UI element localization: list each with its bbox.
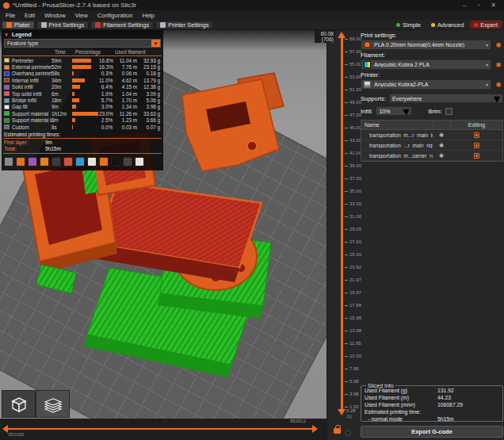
feature-weight: 3.98 g (137, 104, 161, 109)
legend-toggle-icon[interactable] (135, 157, 144, 166)
infill-label: Infill: (361, 108, 372, 115)
object-row[interactable]: transportation_m...r_main_left.stl ◉ (361, 130, 502, 140)
feature-time: 1h12m (52, 111, 72, 117)
filament-gear-icon[interactable]: ✱ (494, 60, 503, 70)
mode-button[interactable]: Simple (392, 21, 425, 29)
edit-object-icon[interactable] (474, 132, 479, 138)
tab-label: Print Settings (49, 21, 85, 29)
shells-icon[interactable] (123, 157, 132, 166)
feature-length: 4.15 m (115, 84, 137, 90)
center-of-gravity-icon[interactable] (111, 157, 120, 166)
sliced-info-row: Used Filament (m) 44.23 (365, 395, 499, 402)
slider-lock-icon[interactable] (334, 428, 341, 434)
seams-icon[interactable] (52, 157, 61, 166)
tool-changes-icon[interactable] (63, 157, 73, 166)
pause-prints-icon[interactable] (87, 157, 97, 166)
settings-tab[interactable]: Plater (2, 21, 35, 29)
total-time-value: 5h15m (45, 146, 61, 152)
settings-tab[interactable]: Filament Settings (90, 21, 154, 29)
eye-icon[interactable]: ◉ (433, 142, 450, 148)
feature-length: 1.70 m (115, 98, 137, 103)
model-bracket-part[interactable] (182, 73, 284, 171)
editor-view-button[interactable] (2, 390, 36, 418)
infill-dropdown[interactable]: 10% ▾ (376, 106, 412, 116)
retractions-icon[interactable] (28, 157, 37, 166)
horizontal-move-slider[interactable] (8, 428, 312, 430)
view-type-dropdown[interactable]: Feature type ▼ (4, 39, 161, 48)
feature-weight: 3.66 g (137, 117, 161, 123)
dropdown-arrow-icon[interactable]: ▼ (151, 40, 160, 47)
percentage-bar (72, 112, 98, 116)
menu-item[interactable]: View (71, 12, 92, 19)
percentage-bar (72, 85, 80, 89)
mode-dot-icon (431, 23, 435, 27)
feature-weight: 3.09 g (137, 91, 161, 97)
close-button[interactable]: ✕ (491, 0, 496, 10)
feature-label: Internal infill (12, 78, 52, 83)
feature-percentage: 23.0% (99, 111, 115, 117)
legend-column-headers: Time Percentage Used filament (2, 48, 163, 55)
layer-index-value: (706) (316, 36, 334, 42)
slider-mode-icon[interactable] (345, 430, 351, 436)
feature-percentage: 1.9% (99, 91, 115, 97)
print-settings-gear-icon[interactable]: ✱ (494, 40, 503, 50)
plater-icon (6, 22, 12, 28)
print-settings-dropdown[interactable]: PLA 0.20mm Normal(0.4mm Nozzle) ▾ (361, 40, 491, 50)
maximize-button[interactable]: ▫ (477, 0, 479, 10)
travel-icon[interactable] (4, 157, 13, 166)
feature-length: 1.04 m (115, 91, 137, 97)
settings-tab[interactable]: Print Settings (36, 21, 90, 29)
feature-label: Overhang perimeter (12, 71, 52, 76)
eye-icon[interactable]: ◉ (433, 132, 450, 138)
vertical-layer-slider[interactable] (341, 38, 343, 409)
menu-item[interactable]: Configuration (94, 12, 137, 19)
model-main-right-part[interactable] (94, 182, 262, 282)
prusaslicer-window: *Untitled - PrusaSlicer-2.7.4 based on S… (0, 0, 504, 440)
object-row[interactable]: transportation_m...carrier_roof.stl ◉ (361, 151, 502, 161)
export-gcode-button[interactable]: Export G-code (361, 426, 503, 438)
menu-item[interactable]: Help (138, 12, 158, 19)
object-row[interactable]: transportation_...r_main_right.stl ◉ (361, 140, 502, 151)
feature-label: Perimeter (12, 58, 52, 63)
deretractions-icon[interactable] (40, 157, 49, 166)
menu-item[interactable]: File (2, 12, 19, 19)
hslider-left-handle-icon[interactable] (2, 425, 8, 433)
eye-icon[interactable]: ◉ (433, 152, 450, 159)
minimize-button[interactable]: – (463, 0, 466, 10)
mode-button[interactable]: Expert (470, 21, 502, 29)
feature-percentage: 5.7% (99, 98, 115, 103)
first-layer-value: 9m (45, 140, 52, 146)
feature-length: 0.06 m (115, 71, 137, 76)
legend-row: Solid infill 20m 6.4% 4.15 m 12.38 g (2, 84, 163, 90)
edit-object-icon[interactable] (474, 153, 479, 159)
mode-label: Expert (480, 21, 498, 29)
settings-tab[interactable]: Printer Settings (155, 21, 213, 29)
mode-button[interactable]: Advanced (427, 21, 468, 29)
filament-dropdown[interactable]: Anycubic Kobra 2 PLA ▾ (361, 59, 491, 70)
preview-3d-viewport[interactable]: ▼ Legend Feature type ▼ Time Percentage … (0, 30, 326, 419)
legend-row: Perimeter 59m 16.8% 11.04 m 32.93 g (2, 57, 163, 63)
menu-item[interactable]: Window (40, 12, 70, 19)
visibility-column-header (433, 121, 450, 129)
editing-column-header: Editing (450, 121, 502, 129)
custom-gcodes-icon[interactable] (99, 157, 109, 166)
percentage-bar (72, 71, 74, 75)
sliced-info-key: Used Filament (mm³) (365, 402, 437, 409)
supports-dropdown[interactable]: Everywhere ▾ (389, 94, 503, 103)
printer-gear-icon[interactable]: ✱ (494, 80, 503, 90)
brim-checkbox[interactable] (445, 108, 452, 115)
hslider-right-handle-icon[interactable] (312, 425, 318, 433)
legend-collapse-icon[interactable]: ▼ (4, 33, 9, 37)
printer-dropdown[interactable]: Anycubic Kobra2-PLA ▾ (361, 79, 491, 90)
preview-view-button[interactable] (36, 390, 70, 418)
menu-item[interactable]: Edit (21, 12, 39, 19)
feature-length: 0.03 m (115, 124, 137, 130)
feature-weight: 23.15 g (137, 64, 161, 70)
color-changes-icon[interactable] (75, 157, 85, 166)
percentage-bar (72, 78, 85, 82)
sliced-info-value: 131.92 (437, 388, 454, 395)
percentage-bar (72, 65, 91, 69)
wipe-icon[interactable] (16, 157, 25, 166)
edit-object-icon[interactable] (474, 143, 479, 148)
menubar: FileEditWindowViewConfigurationHelp (0, 10, 504, 20)
